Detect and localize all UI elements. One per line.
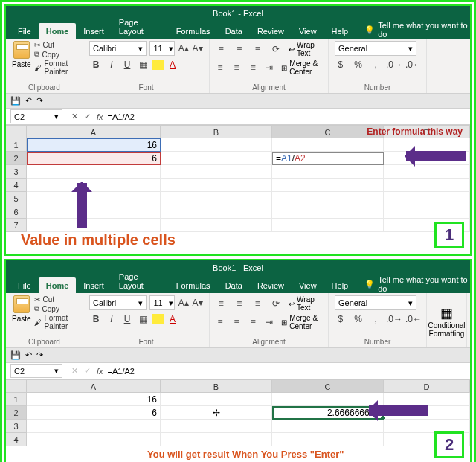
tab-formulas[interactable]: Formulas	[169, 23, 218, 39]
row-header-4[interactable]: 4	[6, 433, 27, 446]
borders-button[interactable]: ▦	[136, 312, 149, 326]
row-header-5[interactable]: 5	[6, 192, 27, 205]
number-format-select[interactable]: General▾	[335, 41, 416, 56]
col-header-b[interactable]: B	[161, 380, 272, 392]
borders-button[interactable]: ▦	[136, 58, 149, 71]
font-family-select[interactable]: Calibri▾	[89, 41, 147, 56]
indent-icon[interactable]: ⇥	[265, 61, 274, 74]
format-painter-button[interactable]: 🖌Format Painter	[34, 60, 77, 76]
align-bottom-icon[interactable]: ≡	[252, 297, 263, 310]
underline-button[interactable]: U	[120, 312, 134, 326]
align-center-icon[interactable]: ≡	[232, 61, 241, 74]
merge-center-button[interactable]: ⊞Merge & Center	[281, 60, 322, 76]
comma-format-icon[interactable]: ,	[370, 312, 382, 326]
tab-insert[interactable]: Insert	[76, 277, 112, 293]
redo-icon[interactable]: ↷	[36, 96, 43, 106]
col-header-a[interactable]: A	[27, 380, 161, 392]
paste-button[interactable]: Paste	[12, 295, 31, 330]
fx-icon[interactable]: fx	[97, 367, 103, 376]
name-box[interactable]: C2▾	[10, 109, 62, 123]
tab-home[interactable]: Home	[39, 23, 77, 39]
tab-page-layout[interactable]: Page Layout	[112, 269, 169, 293]
fx-icon[interactable]: fx	[97, 112, 103, 121]
increase-font-icon[interactable]: A▴	[178, 42, 189, 55]
decrease-font-icon[interactable]: A▾	[192, 296, 203, 309]
font-size-select[interactable]: 11▾	[149, 295, 175, 310]
col-header-b[interactable]: B	[161, 126, 272, 138]
merge-center-button[interactable]: ⊞Merge & Center	[281, 314, 322, 330]
tab-page-layout[interactable]: Page Layout	[112, 14, 169, 39]
copy-button[interactable]: ⧉Copy	[34, 50, 77, 59]
save-icon[interactable]: 💾	[10, 96, 21, 106]
font-family-select[interactable]: Calibri▾	[89, 295, 147, 310]
row-header-7[interactable]: 7	[6, 219, 27, 232]
bold-button[interactable]: B	[89, 58, 103, 71]
accounting-format-icon[interactable]: $	[335, 58, 347, 71]
orientation-icon[interactable]: ⟳	[271, 42, 282, 56]
cut-button[interactable]: ✂Cut	[34, 41, 77, 49]
row-header-1[interactable]: 1	[6, 138, 27, 152]
fill-color-button[interactable]	[152, 60, 164, 70]
align-middle-icon[interactable]: ≡	[234, 297, 245, 310]
accounting-format-icon[interactable]: $	[335, 312, 347, 326]
align-top-icon[interactable]: ≡	[216, 42, 227, 56]
increase-font-icon[interactable]: A▴	[178, 296, 189, 309]
formula-input[interactable]: =A1/A2	[103, 112, 470, 121]
row-header-2[interactable]: 2	[6, 406, 27, 420]
row-header-3[interactable]: 3	[6, 420, 27, 433]
tab-view[interactable]: View	[292, 23, 324, 39]
underline-button[interactable]: U	[120, 58, 134, 71]
col-header-a[interactable]: A	[27, 126, 161, 138]
cell-b2[interactable]	[161, 152, 272, 165]
align-center-icon[interactable]: ≡	[232, 315, 241, 329]
percent-format-icon[interactable]: %	[353, 58, 364, 71]
tab-view[interactable]: View	[292, 277, 324, 293]
decrease-font-icon[interactable]: A▾	[192, 42, 203, 55]
cell-b1[interactable]	[161, 138, 272, 152]
tab-review[interactable]: Review	[250, 277, 292, 293]
select-all-corner[interactable]	[6, 380, 27, 392]
tab-insert[interactable]: Insert	[76, 23, 112, 39]
number-format-select[interactable]: General▾	[335, 295, 416, 310]
align-right-icon[interactable]: ≡	[248, 61, 257, 74]
fill-color-button[interactable]	[152, 314, 164, 324]
tab-home[interactable]: Home	[39, 277, 77, 293]
increase-decimal-icon[interactable]: .0→	[387, 58, 401, 71]
tab-file[interactable]: File	[10, 277, 39, 293]
align-middle-icon[interactable]: ≡	[234, 42, 245, 56]
col-header-c[interactable]: C	[272, 380, 384, 392]
cell-a1[interactable]: 16	[27, 393, 161, 406]
copy-button[interactable]: ⧉Copy	[34, 304, 77, 313]
formula-input[interactable]: =A1/A2	[103, 367, 470, 376]
percent-format-icon[interactable]: %	[353, 312, 364, 326]
paste-button[interactable]: Paste	[12, 41, 31, 76]
decrease-decimal-icon[interactable]: .0←	[407, 58, 420, 71]
increase-decimal-icon[interactable]: .0→	[387, 312, 401, 326]
font-color-button[interactable]: A	[166, 312, 179, 326]
tab-help[interactable]: Help	[324, 277, 356, 293]
undo-icon[interactable]: ↶	[25, 96, 32, 106]
tab-review[interactable]: Review	[250, 23, 292, 39]
select-all-corner[interactable]	[6, 126, 27, 138]
conditional-formatting-button[interactable]: ▦ Conditional Formatting	[428, 305, 465, 338]
cell-c2-editing[interactable]: =A1/A2	[272, 152, 384, 165]
save-icon[interactable]: 💾	[10, 350, 21, 360]
row-header-4[interactable]: 4	[6, 179, 27, 192]
italic-button[interactable]: I	[105, 58, 118, 71]
tab-help[interactable]: Help	[324, 23, 356, 39]
cell-a2[interactable]: 6	[27, 152, 161, 165]
tab-data[interactable]: Data	[218, 277, 250, 293]
align-left-icon[interactable]: ≡	[216, 315, 225, 329]
align-top-icon[interactable]: ≡	[216, 297, 227, 310]
name-box[interactable]: C2▾	[10, 364, 62, 378]
cancel-icon[interactable]: ✕	[71, 112, 78, 121]
col-header-d[interactable]: D	[384, 380, 470, 392]
decrease-decimal-icon[interactable]: .0←	[407, 312, 420, 326]
redo-icon[interactable]: ↷	[36, 350, 43, 360]
font-size-select[interactable]: 11▾	[149, 41, 175, 56]
indent-icon[interactable]: ⇥	[265, 315, 274, 329]
tab-formulas[interactable]: Formulas	[169, 277, 218, 293]
tell-me[interactable]: 💡 Tell me what you want to do	[356, 21, 470, 39]
italic-button[interactable]: I	[105, 312, 118, 326]
font-color-button[interactable]: A	[166, 58, 179, 71]
